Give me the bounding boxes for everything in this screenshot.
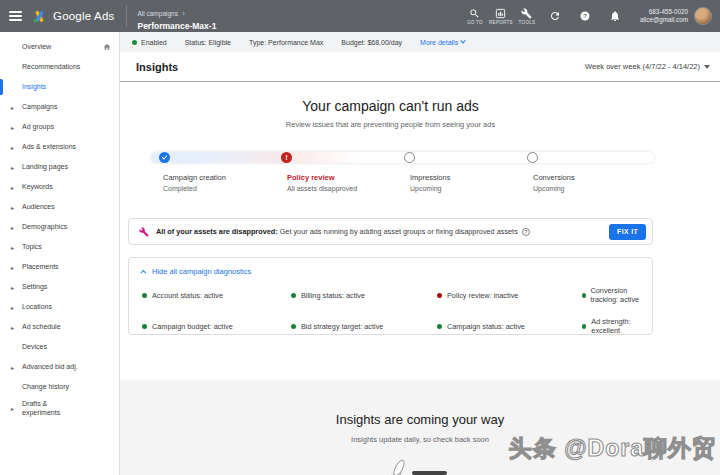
more-details-link[interactable]: More details xyxy=(420,39,465,46)
sidebar-item-topics[interactable]: ▸Topics xyxy=(0,237,119,257)
status-ok-dot-icon xyxy=(291,324,296,329)
chevron-right-icon: ▸ xyxy=(11,284,14,291)
sidebar-item-placements[interactable]: ▸Placements xyxy=(0,257,119,277)
breadcrumb-caret: › xyxy=(182,10,184,17)
campaign-budget: Budget: $68.00/day xyxy=(341,39,402,46)
status-ok-dot-icon xyxy=(142,293,147,298)
topbar-actions: GO TO REPORTS TOOLS ? 683-455-0020 alice xyxy=(462,5,720,27)
bar-chart-icon xyxy=(495,8,506,19)
reports-label: REPORTS xyxy=(489,20,513,25)
status-ok-dot-icon xyxy=(582,324,586,329)
help-button[interactable]: ? xyxy=(574,5,596,27)
chevron-up-icon xyxy=(140,269,146,275)
sidebar-item-locations[interactable]: ▸Locations xyxy=(0,297,119,317)
sidebar-item-insights[interactable]: Insights xyxy=(0,77,119,97)
fix-it-button[interactable]: FIX IT xyxy=(609,224,646,240)
svg-text:?: ? xyxy=(583,13,587,19)
pink-wrench-icon xyxy=(139,227,149,237)
step-campaign-creation: Campaign creation Completed xyxy=(163,173,283,192)
watermark: 头条 @Dora聊外贸 xyxy=(509,433,716,464)
tools-button[interactable]: TOOLS xyxy=(514,8,540,25)
chevron-right-icon: ▸ xyxy=(11,364,14,371)
campaign-title: Performance-Max-1 xyxy=(137,21,216,32)
sidebar-item-ad-schedule[interactable]: ▸Ad schedule xyxy=(0,317,119,337)
campaign-progress-stepper: ! Campaign creation Completed Policy rev… xyxy=(150,151,655,213)
sidebar-item-overview[interactable]: Overview xyxy=(0,37,119,57)
dropdown-arrow-icon xyxy=(704,65,710,69)
chevron-right-icon: ▸ xyxy=(11,304,14,311)
goto-search-button[interactable]: GO TO xyxy=(462,8,488,25)
diag-billing-status: Billing status: active xyxy=(291,286,437,304)
search-icon xyxy=(469,8,480,19)
issues-title: Your campaign can't run ads xyxy=(128,82,653,114)
step-error-icon: ! xyxy=(281,152,292,163)
breadcrumb-all-campaigns[interactable]: All campaigns xyxy=(137,10,177,17)
sidebar-item-settings[interactable]: ▸Settings xyxy=(0,277,119,297)
coming-title: Insights are coming your way xyxy=(120,380,720,427)
date-range-selector[interactable]: Week over week (4/7/22 - 4/14/22) xyxy=(585,62,710,71)
diag-account-status: Account status: active xyxy=(142,286,291,304)
sidebar-item-change-history[interactable]: Change history xyxy=(0,377,119,397)
step-upcoming-icon xyxy=(527,152,538,163)
google-ads-app: Google Ads All campaigns › Performance-M… xyxy=(0,0,720,475)
status-eligible: Status: Eligible xyxy=(185,39,231,46)
step-done-icon xyxy=(159,152,170,163)
page-title: Insights xyxy=(136,61,178,73)
refresh-button[interactable] xyxy=(544,5,566,27)
breadcrumb: All campaigns › Performance-Max-1 xyxy=(137,1,216,32)
chevron-right-icon: ▸ xyxy=(11,264,14,271)
top-app-bar: Google Ads All campaigns › Performance-M… xyxy=(0,0,720,32)
campaign-status-bar: Enabled Status: Eligible Type: Performan… xyxy=(120,32,720,52)
account-id: 683-455-0020 xyxy=(640,8,688,16)
step-upcoming-icon xyxy=(404,152,415,163)
help-icon: ? xyxy=(579,10,591,22)
account-info[interactable]: 683-455-0020 alice@gmail.com xyxy=(640,8,688,24)
chevron-right-icon: ▸ xyxy=(11,224,14,231)
alert-help-icon[interactable]: ? xyxy=(522,228,530,236)
diag-policy-review: Policy review: inactive xyxy=(437,286,582,304)
step-conversions: Conversions Upcoming xyxy=(533,173,653,192)
chevron-right-icon: ▸ xyxy=(11,405,14,412)
chevron-right-icon: ▸ xyxy=(11,324,14,331)
sidebar-item-advanced-bid-adj[interactable]: ▸Advanced bid adj. xyxy=(0,357,119,377)
avatar[interactable] xyxy=(694,7,712,25)
status-ok-dot-icon xyxy=(437,324,442,329)
chevron-right-icon: ▸ xyxy=(11,184,14,191)
enabled-status[interactable]: Enabled xyxy=(132,39,167,46)
sidebar-item-ads-extensions[interactable]: ▸Ads & extensions xyxy=(0,137,119,157)
sidebar-item-demographics[interactable]: ▸Demographics xyxy=(0,217,119,237)
sidebar-item-audiences[interactable]: ▸Audiences xyxy=(0,197,119,217)
sidebar-item-keywords[interactable]: ▸Keywords xyxy=(0,177,119,197)
sidebar-item-devices[interactable]: Devices xyxy=(0,337,119,357)
sidebar-nav: Overview Recommendations Insights ▸Campa… xyxy=(0,32,120,475)
diag-campaign-budget: Campaign budget: active xyxy=(142,317,291,335)
sidebar-item-campaigns[interactable]: ▸Campaigns xyxy=(0,97,119,117)
wrench-icon xyxy=(521,8,532,19)
goto-label: GO TO xyxy=(467,20,483,25)
chevron-right-icon: ▸ xyxy=(11,104,14,111)
status-ok-dot-icon xyxy=(142,324,147,329)
sidebar-item-landing-pages[interactable]: ▸Landing pages xyxy=(0,157,119,177)
alert-message: All of your assets are disapproved: Get … xyxy=(156,227,530,236)
chevron-right-icon: ▸ xyxy=(11,144,14,151)
reports-button[interactable]: REPORTS xyxy=(488,8,514,25)
sidebar-item-ad-groups[interactable]: ▸Ad groups xyxy=(0,117,119,137)
google-ads-logo[interactable]: Google Ads xyxy=(32,9,114,24)
hide-diagnostics-toggle[interactable]: Hide all campaign diagnostics xyxy=(142,267,652,276)
brand-name: Google Ads xyxy=(53,10,114,22)
notifications-button[interactable] xyxy=(604,5,626,27)
status-error-dot-icon xyxy=(437,293,442,298)
status-ok-dot-icon xyxy=(582,293,586,298)
account-email: alice@gmail.com xyxy=(640,16,688,24)
sidebar-item-recommendations[interactable]: Recommendations xyxy=(0,57,119,77)
tools-label: TOOLS xyxy=(519,20,536,25)
sidebar-item-drafts-experiments[interactable]: ▸Drafts & experiments xyxy=(0,397,110,419)
refresh-icon xyxy=(549,10,561,22)
chevron-right-icon: ▸ xyxy=(11,164,14,171)
bell-icon xyxy=(609,10,621,22)
menu-icon[interactable] xyxy=(0,11,30,21)
campaign-issues-section: Your campaign can't run ads Review issue… xyxy=(120,82,720,348)
plant-funnel-illustration xyxy=(368,459,472,475)
stepper-track xyxy=(150,151,655,164)
campaign-diagnostics-card: Hide all campaign diagnostics Account st… xyxy=(128,257,653,335)
